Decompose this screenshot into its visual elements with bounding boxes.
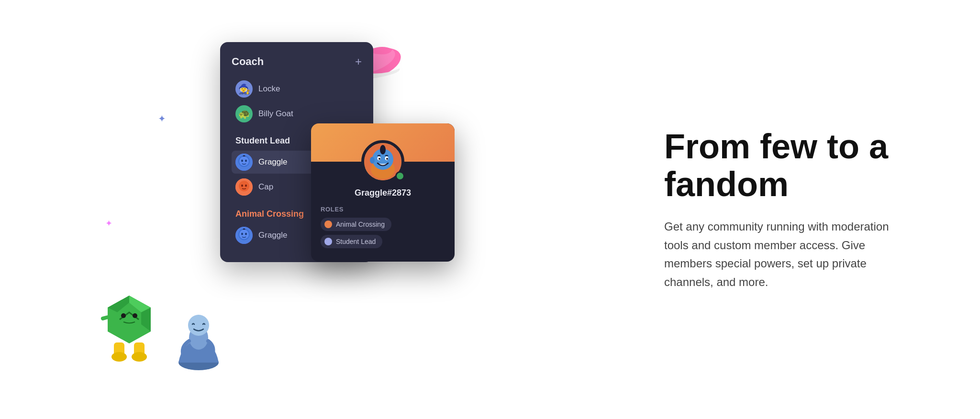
sparkle-icon-1: ✦ [158,114,166,123]
avatar-locke: 🧙 [235,80,253,98]
roles-label: Roles [321,206,445,213]
sparkle-icon-2: ✦ [105,219,112,228]
panel-header: Coach + [232,55,362,68]
roles-list: Animal Crossing Student Lead [321,218,445,252]
svg-point-40 [386,158,388,160]
page-wrapper: ✦ ✦ ✦ [0,0,980,419]
profile-username: Graggle#2873 [321,188,445,198]
avatar-graggle-student [235,154,253,171]
member-name-graggle-student: Graggle [258,157,287,167]
svg-point-36 [380,145,386,154]
member-item-billygoat[interactable]: 🐢 Billy Goat [232,102,362,125]
svg-point-25 [239,181,249,191]
blue-chess-character [172,305,225,372]
member-name-locke: Locke [258,84,280,94]
svg-point-41 [370,157,375,164]
avatar-graggle-ac [235,227,253,244]
svg-point-14 [111,352,127,362]
member-name-billygoat: Billy Goat [258,109,293,119]
green-dice-character [96,286,163,363]
role-dot-animalcrossing [324,221,332,228]
svg-point-9 [121,313,126,318]
profile-card-banner [311,123,455,162]
online-status-dot [395,171,405,181]
role-badge-studentlead: Student Lead [321,235,382,248]
member-item-locke[interactable]: 🧙 Locke [232,77,362,100]
description-text: Get any community running with moderatio… [664,218,894,291]
svg-point-32 [245,233,247,235]
svg-point-39 [379,158,380,160]
headline: From few to a fandom [664,128,903,203]
svg-point-31 [241,233,243,235]
svg-point-22 [241,160,243,162]
role-name-animalcrossing: Animal Crossing [336,221,385,228]
add-member-button[interactable]: + [355,56,362,67]
svg-point-10 [133,313,137,318]
member-name-graggle-ac: Graggle [258,231,287,240]
member-name-cap: Cap [258,182,273,192]
svg-point-23 [245,160,247,162]
svg-point-27 [245,185,247,187]
right-section: From few to a fandom Get any community r… [626,128,903,291]
role-name-studentlead: Student Lead [336,238,376,245]
panel-title: Coach [232,55,264,68]
role-dot-studentlead [324,238,332,245]
headline-line1: From few to a [664,127,888,165]
left-section: ✦ ✦ ✦ [77,18,507,401]
headline-line2: fandom [664,165,789,203]
role-badge-animalcrossing: Animal Crossing [321,218,391,231]
svg-point-15 [132,352,147,362]
svg-point-18 [188,315,209,336]
avatar-cap [235,178,253,196]
svg-point-26 [241,185,243,187]
profile-card: Graggle#2873 Roles Animal Crossing Stude… [311,123,455,262]
avatar-billygoat: 🐢 [235,105,253,122]
